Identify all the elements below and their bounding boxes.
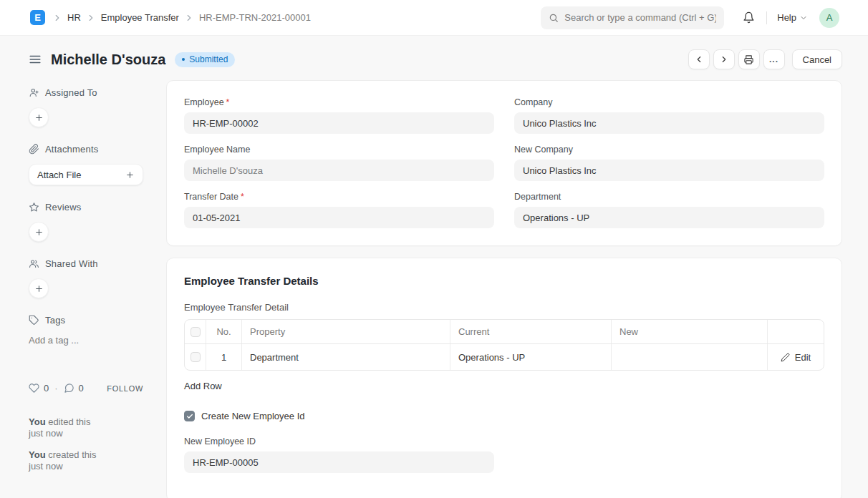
row-new-cell[interactable] (612, 344, 768, 370)
print-button[interactable] (738, 49, 760, 69)
new-company-label: New Company (514, 145, 824, 155)
table-header-row: No. Property Current New (185, 320, 824, 344)
attachments-label: Attachments (45, 144, 98, 155)
sidebar-toggle-button[interactable] (29, 53, 42, 66)
column-header-current: Current (450, 320, 612, 343)
navbar-right: Help A (541, 6, 839, 29)
assigned-to-label: Assigned To (45, 87, 97, 98)
comment-icon[interactable] (64, 383, 74, 394)
grid-label: Employee Transfer Detail (184, 302, 824, 313)
required-marker: * (226, 97, 230, 107)
new-employee-id-label: New Employee ID (184, 436, 494, 446)
attachments-title: Attachments (29, 144, 143, 155)
page-title: Michelle D'souza (51, 52, 165, 68)
document-social-row: 0 · 0 FOLLOW (29, 383, 143, 394)
bell-icon (743, 11, 755, 24)
activity-action: edited this (48, 416, 90, 427)
table-row: 1 Department Operations - UP Edit (185, 344, 824, 370)
column-header-no: No. (206, 320, 242, 343)
select-all-cell (185, 320, 206, 343)
activity-entry: You edited this just now (29, 416, 143, 439)
add-review-button[interactable] (29, 222, 49, 242)
shared-with-title: Shared With (29, 258, 143, 269)
form-sidebar: Assigned To Attachments Attach File (29, 80, 143, 482)
employee-field: Employee* HR-EMP-00002 (184, 97, 494, 134)
page-header-left: Michelle D'souza Submitted (29, 52, 235, 68)
employee-name-field: Employee Name Michelle D'souza (184, 145, 494, 181)
company-label: Company (514, 97, 824, 107)
edit-label: Edit (795, 352, 811, 363)
transfer-date-label: Transfer Date* (184, 192, 494, 202)
dot-separator: · (54, 383, 57, 394)
attach-file-button[interactable]: Attach File (29, 164, 143, 185)
add-row-button[interactable]: Add Row (184, 381, 222, 391)
cancel-button[interactable]: Cancel (792, 49, 842, 69)
employee-name-input: Michelle D'souza (184, 160, 494, 181)
chevron-right-icon (52, 13, 62, 23)
employee-input[interactable]: HR-EMP-00002 (184, 112, 494, 134)
chevron-right-icon (86, 13, 96, 23)
select-all-checkbox[interactable] (191, 327, 201, 337)
follow-button[interactable]: FOLLOW (107, 384, 143, 393)
required-marker: * (241, 192, 244, 202)
transfer-detail-table: No. Property Current New 1 Department Op… (184, 319, 824, 371)
chevron-right-icon (719, 54, 729, 64)
global-search[interactable] (541, 6, 724, 29)
breadcrumb-item-current: HR-EMP-TRN-2021-00001 (199, 12, 311, 23)
edit-row-button[interactable]: Edit (781, 352, 811, 363)
row-number-cell: 1 (206, 344, 242, 370)
breadcrumb: HR Employee Transfer HR-EMP-TRN-2021-000… (52, 12, 311, 23)
comments-count: 0 (79, 383, 84, 394)
column-header-new: New (612, 320, 768, 343)
search-icon (549, 13, 559, 23)
create-new-employee-id-checkbox[interactable] (184, 411, 195, 421)
heart-icon[interactable] (29, 383, 39, 394)
chevron-down-icon (799, 14, 808, 22)
notifications-button[interactable] (743, 11, 755, 24)
user-avatar[interactable]: A (819, 8, 839, 28)
company-input[interactable]: Unico Plastics Inc (514, 112, 824, 134)
new-employee-id-input[interactable]: HR-EMP-00005 (184, 451, 494, 473)
section-title: Employee Transfer Details (184, 275, 824, 287)
attach-file-label: Attach File (37, 170, 81, 180)
add-tag-input[interactable]: Add a tag ... (29, 335, 79, 346)
more-actions-button[interactable]: ... (763, 49, 785, 69)
assigned-to-section: Assigned To (29, 87, 143, 127)
transfer-date-input[interactable]: 01-05-2021 (184, 207, 494, 228)
add-assignment-button[interactable] (29, 107, 49, 127)
add-share-button[interactable] (29, 278, 49, 298)
printer-icon (743, 54, 754, 65)
check-icon (186, 413, 193, 420)
shared-with-section: Shared With (29, 258, 143, 298)
row-property-cell[interactable]: Department (242, 344, 450, 370)
department-input[interactable]: Operations - UP (514, 207, 824, 228)
pencil-icon (781, 353, 790, 362)
create-new-employee-id-row[interactable]: Create New Employee Id (184, 411, 824, 421)
create-new-employee-id-label: Create New Employee Id (201, 411, 305, 421)
breadcrumb-item-doctype[interactable]: Employee Transfer (101, 12, 179, 23)
next-document-button[interactable] (713, 49, 735, 69)
app-logo[interactable]: E (30, 10, 45, 25)
row-select-cell (185, 344, 206, 370)
column-header-property: Property (242, 320, 450, 343)
breadcrumb-item-hr[interactable]: HR (67, 12, 81, 23)
chevron-right-icon (184, 13, 194, 23)
new-company-input[interactable]: Unico Plastics Inc (514, 160, 824, 181)
row-current-cell[interactable]: Operations - UP (450, 344, 612, 370)
paperclip-icon (29, 144, 39, 155)
reviews-label: Reviews (45, 202, 82, 213)
page-content: Michelle D'souza Submitted ... Cancel (0, 49, 868, 498)
activity-user: You (29, 416, 46, 427)
previous-document-button[interactable] (688, 49, 710, 69)
form-main: Employee* HR-EMP-00002 Company Unico Pla… (166, 80, 842, 498)
attachments-section: Attachments Attach File (29, 144, 143, 185)
star-icon (29, 202, 39, 213)
search-input[interactable] (564, 12, 716, 23)
row-checkbox[interactable] (191, 352, 201, 362)
page-layout: Assigned To Attachments Attach File (29, 80, 842, 498)
status-badge: Submitted (175, 52, 235, 67)
activity-action: created this (48, 449, 96, 460)
employee-label: Employee* (184, 97, 494, 107)
help-menu[interactable]: Help (777, 12, 808, 23)
user-plus-icon (29, 87, 39, 98)
